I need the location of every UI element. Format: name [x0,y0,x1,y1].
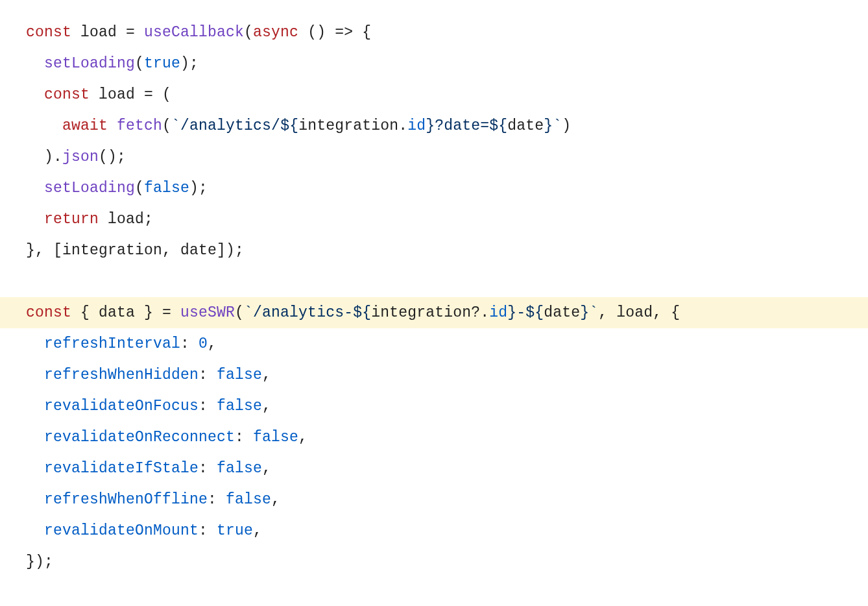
code-token: = ( [135,86,171,103]
code-token: refreshInterval [44,335,180,352]
code-line: const load = ( [0,79,868,110]
code-token: ). [26,149,62,165]
code-token: , [271,491,280,508]
code-token: ${ [280,117,298,134]
code-token: date [544,304,580,321]
code-token: ; [144,211,153,228]
code-line-highlighted: const { data } = useSWR(`/analytics-${in… [0,297,868,328]
code-token: ]); [217,242,244,259]
code-token: false [144,180,189,197]
code-token: json [62,149,99,165]
code-token: const [44,86,90,103]
code-token: } [544,117,553,134]
code-token: /analytics- [253,304,353,321]
code-token: { [71,304,99,321]
code-token: ${ [525,304,544,321]
code-line: }, [integration, date]); [0,235,868,266]
code-token: : [208,491,226,508]
code-token: setLoading [44,55,135,72]
code-token: false [253,429,298,446]
code-line: refreshWhenOffline: false, [0,484,868,515]
code-token [71,24,80,41]
code-token: : [199,460,217,477]
code-token: load [80,24,117,41]
code-token: revalidateOnFocus [44,398,199,415]
code-token: refreshWhenOffline [44,491,208,508]
code-token: false [226,491,271,508]
code-token: }); [26,553,53,570]
code-token: data [99,304,135,321]
code-token: ` [171,117,180,134]
code-token: : [235,429,253,446]
code-token [26,460,44,477]
code-token: fetch [117,117,162,134]
code-token: - [516,304,525,321]
code-token: ?. [471,304,489,321]
code-token: ( [244,24,253,41]
code-token: ` [553,117,562,134]
code-line: revalidateIfStale: false, [0,453,868,484]
code-token: 0 [199,335,208,352]
code-token: integration [298,117,398,134]
code-line: revalidateOnFocus: false, [0,391,868,422]
code-token [108,117,117,134]
code-token: revalidateIfStale [44,460,199,477]
code-token [99,211,108,228]
code-token: : [180,335,199,352]
code-line: revalidateOnMount: true, [0,515,868,546]
code-token: useSWR [180,304,235,321]
code-token: () [298,24,335,41]
code-token: ( [235,304,244,321]
code-token: setLoading [44,180,135,197]
code-token [26,117,62,134]
code-token: : [199,398,217,415]
code-token: revalidateOnReconnect [44,429,235,446]
code-line [0,266,868,297]
code-token: false [217,460,262,477]
code-token [26,55,44,72]
code-token: } [580,304,589,321]
code-token [26,86,44,103]
code-token: const [26,24,71,41]
code-token: , [208,335,217,352]
code-token: ${ [353,304,371,321]
code-token: => [335,24,353,41]
code-token: = [117,24,144,41]
code-token [26,367,44,383]
code-token: } [426,117,435,134]
code-token: } [507,304,516,321]
code-token: , [262,367,271,383]
code-token: , [598,304,616,321]
code-token: , [162,242,180,259]
code-line: revalidateOnReconnect: false, [0,422,868,453]
code-token: date [180,242,217,259]
code-line: refreshWhenHidden: false, [0,359,868,391]
code-token: ` [589,304,598,321]
code-token: , { [653,304,680,321]
code-token: ) [562,117,571,134]
code-line: ).json(); [0,141,868,173]
code-token [26,211,44,228]
code-token: ( [135,180,144,197]
code-line: return load; [0,204,868,235]
code-token: return [44,211,99,228]
code-token: , [262,460,271,477]
code-token: (); [99,149,126,165]
code-token: id [407,117,426,134]
code-line: setLoading(true); [0,48,868,79]
code-token: integration [371,304,471,321]
code-token: , [262,398,271,415]
code-token: true [217,522,253,539]
code-token: }, [ [26,242,62,259]
code-token: load [616,304,653,321]
code-token: load [108,211,144,228]
code-token: revalidateOnMount [44,522,199,539]
code-line: refreshInterval: 0, [0,328,868,359]
code-token: load [99,86,135,103]
code-token: { [353,24,371,41]
code-token: ); [180,55,199,72]
code-token: ); [189,180,208,197]
code-token: const [26,304,71,321]
code-token [26,180,44,197]
code-line: await fetch(`/analytics/${integration.id… [0,110,868,141]
